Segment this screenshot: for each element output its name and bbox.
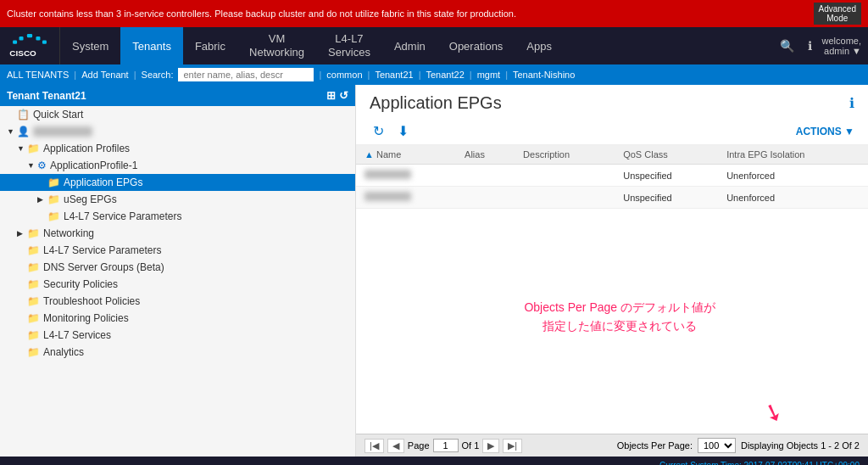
svg-rect-1 xyxy=(19,36,24,40)
sidebar-resize-icon[interactable]: ⊞ xyxy=(326,89,336,102)
content-header: Application EPGs ℹ xyxy=(356,85,868,118)
nav-admin[interactable]: Admin xyxy=(382,27,437,64)
annotation-area: Objects Per Page のデフォルト値が 指定した値に変更されている … xyxy=(356,289,868,434)
page-title: Application EPGs xyxy=(370,93,502,113)
folder-icon-epgs: 📁 xyxy=(47,176,60,188)
tree-item-useg[interactable]: ▶ 📁 uSeg EPGs xyxy=(0,191,355,208)
tree-item-networking[interactable]: ▶ 📁 Networking xyxy=(0,225,355,242)
tree-item[interactable]: ▼ 👤 xyxy=(0,123,355,140)
nav-l4l7[interactable]: L4-L7Services xyxy=(316,27,382,64)
tree-item-l4l7-params[interactable]: 📁 L4-L7 Service Parameters xyxy=(0,208,355,225)
tenant21-link[interactable]: Tenant21 xyxy=(375,70,413,80)
folder-icon-l4l7-services: 📁 xyxy=(27,329,40,341)
tree-item-monitoring[interactable]: 📁 Monitoring Policies xyxy=(0,310,355,327)
annotation-arrow: ➘ xyxy=(760,396,787,429)
advanced-mode-label: AdvancedMode xyxy=(814,3,861,25)
download-button[interactable]: ⬇ xyxy=(394,121,412,141)
folder-icon-monitoring: 📁 xyxy=(27,312,40,324)
page-input[interactable] xyxy=(433,439,459,452)
svg-rect-2 xyxy=(36,36,40,40)
add-tenant-link[interactable]: Add Tenant xyxy=(81,70,128,80)
tree-item-analytics[interactable]: 📁 Analytics xyxy=(0,344,355,361)
nav-items: System Tenants Fabric VMNetworking L4-L7… xyxy=(60,27,776,64)
folder-icon-networking: 📁 xyxy=(27,227,40,239)
prev-page-button[interactable]: ◀ xyxy=(387,439,404,453)
cell-isolation: Unenforced xyxy=(718,165,868,187)
tree-item[interactable]: ▼ ⚙ ApplicationProfile-1 xyxy=(0,157,355,174)
folder-icon-analytics: 📁 xyxy=(27,346,40,358)
tree-item[interactable]: ▼ 📁 Application Profiles xyxy=(0,140,355,157)
nav-fabric[interactable]: Fabric xyxy=(183,27,237,64)
last-page-button[interactable]: ▶| xyxy=(503,439,522,453)
col-isolation: Intra EPG Isolation xyxy=(718,145,868,165)
alert-bar: Cluster contains less than 3 in-service … xyxy=(0,0,868,27)
folder-icon-security: 📁 xyxy=(27,278,40,290)
actions-button[interactable]: ACTIONS ▼ xyxy=(796,126,854,137)
sidebar-title: Tenant Tenant21 xyxy=(7,90,86,102)
refresh-button[interactable]: ↻ xyxy=(370,121,387,141)
nav-right: 🔍 ℹ welcome, admin ▼ xyxy=(776,27,868,64)
tenant-bar: ALL TENANTS | Add Tenant | Search: | com… xyxy=(0,64,868,85)
nav-vm-networking[interactable]: VMNetworking xyxy=(237,27,316,64)
tree-item-troubleshoot[interactable]: 📁 Troubleshoot Policies xyxy=(0,293,355,310)
toolbar: ↻ ⬇ ACTIONS ▼ xyxy=(356,118,868,145)
status-label: Current System Time: xyxy=(659,461,742,466)
first-page-button[interactable]: |◀ xyxy=(364,439,384,453)
annotation-text: Objects Per Page のデフォルト値が 指定した値に変更されている xyxy=(524,298,715,336)
nav-operations[interactable]: Operations xyxy=(437,27,515,64)
cell-name xyxy=(356,165,456,187)
tenant22-link[interactable]: Tenant22 xyxy=(426,70,465,80)
info-icon[interactable]: ℹ xyxy=(804,36,815,56)
cell-qos: Unspecified xyxy=(615,165,718,187)
tree-item[interactable]: 📋 Quick Start xyxy=(0,106,355,123)
sidebar-refresh-icon[interactable]: ↺ xyxy=(339,89,348,102)
tree-item-l4l7-services[interactable]: 📁 L4-L7 Services xyxy=(0,327,355,344)
tree-item-dns[interactable]: 📁 DNS Server Groups (Beta) xyxy=(0,259,355,276)
tree-item-l4l7-service-params[interactable]: 📁 L4-L7 Service Parameters xyxy=(0,242,355,259)
col-name[interactable]: ▲ Name xyxy=(356,145,456,165)
folder-icon-useg: 📁 xyxy=(47,193,60,205)
search-label: Search: xyxy=(142,70,174,80)
folder-icon: 📋 xyxy=(17,109,30,120)
svg-rect-4 xyxy=(42,40,47,43)
table-row[interactable]: Unspecified Unenforced xyxy=(356,187,868,209)
folder-icon-l4l7: 📁 xyxy=(47,210,60,222)
user-icon: 👤 xyxy=(17,126,30,137)
cell-alias xyxy=(456,187,515,209)
mgmt-link[interactable]: mgmt xyxy=(477,70,501,80)
col-description: Description xyxy=(515,145,615,165)
gear-icon: ⚙ xyxy=(37,160,47,171)
cell-description xyxy=(515,187,615,209)
tenant-nishino-link[interactable]: Tenant-Nishino xyxy=(513,70,575,80)
tenant-search-input[interactable] xyxy=(178,68,314,81)
folder-icon-service-params: 📁 xyxy=(27,244,40,256)
nav-system[interactable]: System xyxy=(60,27,120,64)
content-info-icon[interactable]: ℹ xyxy=(849,95,854,111)
folder-icon-dns: 📁 xyxy=(27,261,40,273)
sidebar: Tenant Tenant21 ⊞ ↺ 📋 Quick Start ▼ 👤 ▼ … xyxy=(0,85,356,457)
cisco-logo: CISCO xyxy=(0,27,60,64)
table-row[interactable]: Unspecified Unenforced xyxy=(356,165,868,187)
next-page-button[interactable]: ▶ xyxy=(482,439,499,453)
of-label: Of 1 xyxy=(462,440,480,451)
nav-apps[interactable]: Apps xyxy=(515,27,564,64)
cell-alias xyxy=(456,165,515,187)
all-tenants-link[interactable]: ALL TENANTS xyxy=(7,70,69,80)
cell-isolation: Unenforced xyxy=(718,187,868,209)
svg-rect-0 xyxy=(27,34,32,37)
objects-per-page-label: Objects Per Page: xyxy=(617,440,693,451)
pagination-right: Objects Per Page: 100 50 25 Displaying O… xyxy=(617,438,860,453)
nav-tenants[interactable]: Tenants xyxy=(120,27,183,64)
main-layout: Tenant Tenant21 ⊞ ↺ 📋 Quick Start ▼ 👤 ▼ … xyxy=(0,85,868,457)
tree-item-application-epgs[interactable]: 📁 Application EPGs xyxy=(0,174,355,191)
alert-message: Cluster contains less than 3 in-service … xyxy=(7,8,516,19)
toolbar-left: ↻ ⬇ xyxy=(370,121,412,141)
search-icon[interactable]: 🔍 xyxy=(776,36,798,56)
welcome-text: welcome, admin ▼ xyxy=(822,36,861,56)
tree-item-security[interactable]: 📁 Security Policies xyxy=(0,276,355,293)
per-page-select[interactable]: 100 50 25 xyxy=(698,438,736,453)
page-label: Page xyxy=(408,440,430,451)
tenant-common-link[interactable]: common xyxy=(326,70,362,80)
col-alias: Alias xyxy=(456,145,515,165)
cell-qos: Unspecified xyxy=(615,187,718,209)
